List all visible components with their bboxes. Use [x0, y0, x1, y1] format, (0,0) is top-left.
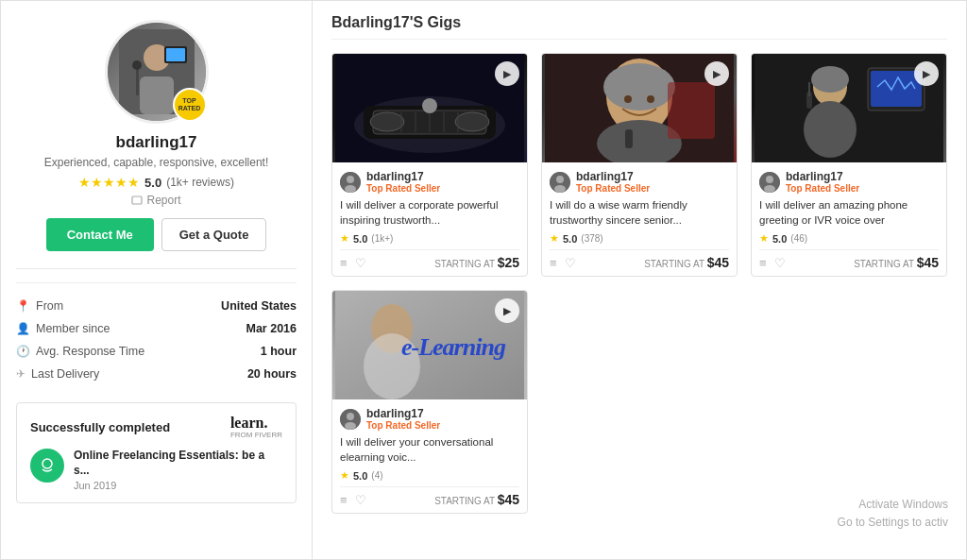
list-icon-2[interactable]: ≡ — [550, 256, 557, 270]
svg-point-53 — [345, 422, 356, 430]
seller-avatar-4 — [340, 409, 361, 430]
cert-item: Online Freelancing Essentials: be a s...… — [30, 449, 282, 491]
gig-actions-1: ≡ ♡ — [340, 256, 366, 270]
from-label: 📍 From — [16, 299, 63, 313]
heart-icon-4[interactable]: ♡ — [355, 493, 366, 507]
clock-icon: 🕐 — [16, 345, 30, 358]
response-label: 🕐 Avg. Response Time — [16, 345, 144, 358]
svg-point-52 — [347, 413, 354, 420]
list-icon-4[interactable]: ≡ — [340, 493, 348, 507]
gig-body-1: bdarling17 Top Rated Seller I will deliv… — [332, 162, 527, 276]
top-rated-badge: TOPRATED — [173, 88, 207, 122]
gig-rating-4: ★ 5.0 (4) — [340, 469, 519, 482]
info-row-delivery: ✈ Last Delivery 20 hours — [16, 363, 297, 385]
svg-rect-30 — [625, 129, 633, 148]
info-row-from: 📍 From United States — [16, 295, 297, 317]
delivery-value: 20 hours — [247, 367, 297, 381]
seller-badge-1: Top Rated Seller — [366, 183, 440, 194]
quote-button[interactable]: Get a Quote — [161, 218, 267, 251]
gig-star-3: ★ — [759, 232, 769, 245]
starting-at-2: STARTING AT — [644, 259, 707, 269]
play-button-4[interactable]: ▶ — [495, 298, 519, 323]
svg-point-6 — [132, 60, 142, 70]
svg-point-14 — [455, 112, 489, 131]
svg-point-22 — [347, 176, 354, 183]
cert-badge — [30, 449, 64, 483]
gigs-grid-bottom: e-Learning ▶ bdarling17 Top Rated Seller — [331, 290, 947, 514]
seller-name-1: bdarling17 — [366, 170, 440, 183]
gig-seller-row-2: bdarling17 Top Rated Seller — [550, 170, 729, 194]
member-since-label: 👤 Member since — [16, 322, 110, 335]
contact-button[interactable]: Contact Me — [46, 218, 154, 251]
price-value-3: $45 — [917, 255, 939, 270]
cert-name: Online Freelancing Essentials: be a s... — [74, 449, 282, 478]
svg-point-23 — [345, 185, 356, 193]
gig-seller-row-4: bdarling17 Top Rated Seller — [340, 407, 519, 431]
seller-name-2: bdarling17 — [576, 170, 650, 183]
svg-point-26 — [603, 63, 675, 110]
svg-point-20 — [422, 98, 437, 113]
gig-card-1[interactable]: ▶ bdarling17 Top Rated Seller I will del… — [331, 53, 528, 277]
svg-point-45 — [764, 185, 775, 193]
info-row-response: 🕐 Avg. Response Time 1 hour — [16, 340, 297, 363]
price-value-1: $25 — [498, 255, 519, 270]
gig-footer-1: ≡ ♡ STARTING AT $25 — [340, 249, 519, 270]
seller-name-3: bdarling17 — [786, 170, 859, 183]
svg-point-27 — [624, 95, 632, 103]
gig-thumbnail-3: ▶ — [752, 54, 946, 162]
list-icon-1[interactable]: ≡ — [340, 256, 348, 270]
seller-name-4: bdarling17 — [366, 407, 440, 420]
gig-footer-2: ≡ ♡ STARTING AT $45 — [550, 249, 729, 270]
info-row-member: 👤 Member since Mar 2016 — [16, 317, 297, 340]
report-link[interactable]: Report — [131, 194, 180, 207]
seller-avatar-2 — [550, 172, 570, 193]
rating-count: (1k+ reviews) — [166, 176, 234, 189]
play-button-2[interactable]: ▶ — [704, 61, 729, 86]
btn-row: Contact Me Get a Quote — [16, 218, 297, 251]
svg-point-28 — [647, 95, 654, 103]
report-label: Report — [146, 194, 180, 207]
gig-reviews-1: (1k+) — [371, 233, 393, 244]
svg-point-40 — [804, 101, 857, 158]
gig-reviews-4: (4) — [371, 470, 382, 481]
gig-thumbnail-2: ▶ — [542, 54, 737, 162]
gig-star-1: ★ — [340, 232, 349, 245]
gig-description-4: I will deliver your conversational elear… — [340, 434, 519, 465]
gig-price-1: STARTING AT $25 — [434, 255, 519, 270]
left-panel: TOPRATED bdarling17 Experienced, capable… — [1, 1, 313, 559]
gig-seller-info-4: bdarling17 Top Rated Seller — [366, 407, 440, 431]
gig-rating-2: ★ 5.0 (378) — [550, 232, 729, 245]
gig-card-4[interactable]: e-Learning ▶ bdarling17 Top Rated Seller — [331, 290, 528, 514]
gig-score-1: 5.0 — [353, 233, 367, 245]
seller-badge-4: Top Rated Seller — [366, 420, 440, 431]
heart-icon-1[interactable]: ♡ — [355, 256, 366, 270]
gig-thumbnail-4: e-Learning ▶ — [332, 291, 527, 399]
gig-card-2[interactable]: ▶ bdarling17 Top Rated Seller I will do … — [541, 53, 738, 277]
from-value: United States — [221, 299, 297, 313]
gig-description-1: I will deliver a corporate powerful insp… — [340, 197, 519, 228]
svg-point-34 — [554, 185, 566, 193]
gig-actions-2: ≡ ♡ — [550, 256, 576, 270]
gig-description-2: I will do a wise warm friendly trustwort… — [550, 197, 729, 228]
heart-icon-2[interactable]: ♡ — [565, 256, 576, 270]
gig-reviews-2: (378) — [581, 233, 602, 244]
svg-rect-2 — [140, 76, 174, 114]
list-icon-3[interactable]: ≡ — [759, 256, 767, 270]
heart-icon-3[interactable]: ♡ — [774, 256, 786, 270]
play-button-3[interactable]: ▶ — [914, 61, 939, 86]
gig-body-2: bdarling17 Top Rated Seller I will do a … — [542, 162, 737, 276]
svg-point-39 — [811, 66, 849, 93]
gig-reviews-3: (46) — [790, 233, 807, 244]
rating-score: 5.0 — [144, 176, 161, 190]
gig-star-2: ★ — [550, 232, 559, 245]
price-value-4: $45 — [498, 492, 519, 507]
svg-rect-42 — [808, 82, 810, 96]
seller-badge-2: Top Rated Seller — [576, 183, 650, 194]
play-button-1[interactable]: ▶ — [495, 61, 519, 86]
gig-price-2: STARTING AT $45 — [644, 255, 729, 270]
stars: ★★★★★ — [78, 175, 140, 190]
gig-card-3[interactable]: ▶ bdarling17 Top Rated Seller I will del… — [751, 53, 947, 277]
gig-star-4: ★ — [340, 469, 349, 482]
cert-title: Successfully completed — [30, 420, 170, 434]
profile-section: TOPRATED bdarling17 Experienced, capable… — [16, 20, 297, 269]
